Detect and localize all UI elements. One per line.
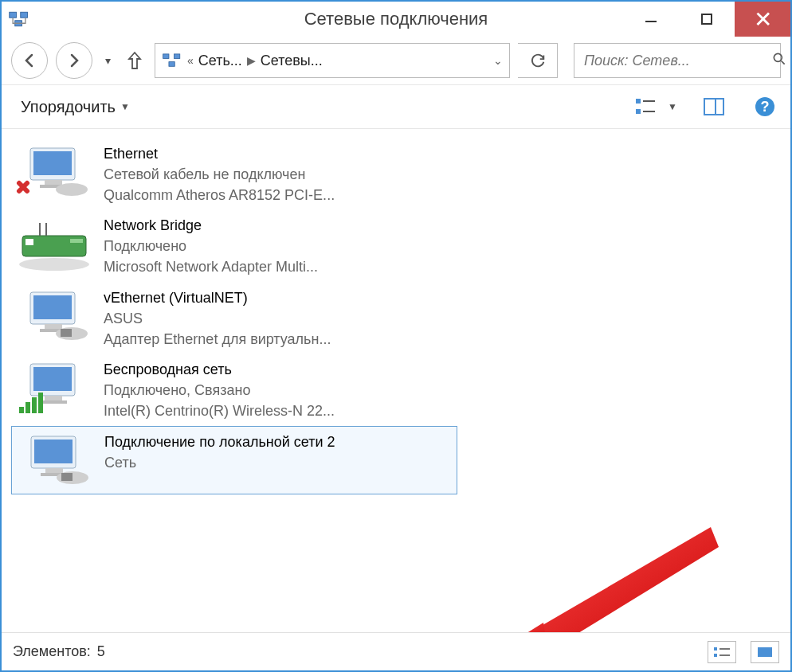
preview-pane-button[interactable] — [700, 92, 728, 121]
connection-item[interactable]: Беспроводная сеть Подключено, Связано In… — [11, 354, 457, 424]
organize-button[interactable]: Упорядочить ▼ — [13, 93, 138, 121]
toolbar: Упорядочить ▼ ▼ ? — [2, 84, 790, 129]
svg-rect-1 — [21, 12, 28, 18]
connection-status: Сетевой кабель не подключен — [104, 164, 335, 185]
maximize-button[interactable] — [679, 2, 735, 37]
svg-rect-50 — [714, 654, 717, 657]
svg-rect-7 — [169, 62, 174, 67]
network-icon — [162, 50, 182, 71]
svg-rect-4 — [702, 14, 712, 24]
forward-button[interactable] — [56, 42, 92, 79]
svg-point-8 — [774, 53, 782, 61]
connection-device: Сеть — [104, 452, 335, 473]
svg-rect-0 — [10, 12, 17, 18]
breadcrumb-prefix: « — [187, 54, 194, 67]
svg-rect-53 — [758, 647, 772, 657]
svg-rect-34 — [61, 329, 72, 337]
svg-rect-19 — [33, 151, 72, 175]
bridge-icon — [16, 213, 92, 274]
status-label: Элементов: — [13, 643, 91, 660]
connection-name: vEthernet (VirtualNET) — [104, 287, 331, 308]
breadcrumb-2[interactable]: Сетевы... — [261, 53, 323, 69]
icons-view-button[interactable] — [751, 641, 779, 663]
titlebar: Сетевые подключения ✕ — [2, 2, 790, 37]
status-bar: Элементов: 5 — [2, 632, 790, 670]
view-options-button[interactable]: ▼ — [631, 92, 677, 121]
nav-row: ▾ « Сеть... ▶ Сетевы... ⌄ — [2, 37, 790, 84]
chevron-down-icon[interactable]: ⌄ — [493, 54, 503, 67]
up-button[interactable] — [123, 45, 147, 76]
breadcrumb-1[interactable]: Сеть... — [198, 53, 242, 69]
lan-icon — [17, 430, 93, 490]
back-button[interactable] — [11, 42, 48, 79]
view-list-icon — [631, 92, 660, 121]
svg-rect-24 — [22, 236, 86, 256]
connection-device: Qualcomm Atheros AR8152 PCI-E... — [104, 185, 335, 205]
network-connections-window: Сетевые подключения ✕ ▾ — [0, 0, 792, 672]
ethernet-icon — [16, 286, 92, 346]
connection-status: Подключено — [104, 236, 318, 256]
minimize-button[interactable] — [623, 2, 679, 37]
history-dropdown[interactable]: ▾ — [100, 54, 115, 67]
connection-item-selected[interactable]: Подключение по локальной сети 2 Сеть — [11, 426, 457, 494]
svg-rect-10 — [636, 99, 641, 104]
svg-rect-42 — [38, 393, 43, 413]
search-icon — [771, 51, 787, 71]
svg-rect-14 — [704, 99, 723, 115]
svg-rect-45 — [45, 468, 63, 473]
svg-text:?: ? — [761, 99, 770, 115]
connection-name: Ethernet — [104, 143, 335, 164]
svg-rect-41 — [32, 397, 37, 413]
svg-rect-38 — [40, 400, 67, 404]
help-button[interactable]: ? — [751, 92, 779, 121]
breadcrumb-bar[interactable]: « Сеть... ▶ Сетевы... ⌄ — [155, 43, 510, 78]
svg-rect-5 — [163, 54, 169, 59]
svg-rect-49 — [714, 647, 717, 651]
chevron-down-icon: ▼ — [668, 101, 677, 112]
connection-name: Беспроводная сеть — [104, 359, 335, 380]
svg-point-22 — [56, 183, 88, 196]
svg-line-9 — [782, 61, 785, 64]
svg-rect-20 — [45, 180, 62, 185]
svg-rect-6 — [174, 54, 179, 59]
svg-rect-30 — [33, 295, 72, 319]
search-input[interactable] — [582, 52, 771, 70]
connection-name: Подключение по локальной сети 2 — [104, 432, 335, 452]
svg-rect-44 — [34, 440, 73, 463]
connection-item[interactable]: Ethernet Сетевой кабель не подключен Qua… — [11, 139, 457, 209]
close-button[interactable]: ✕ — [735, 2, 790, 37]
svg-rect-37 — [45, 396, 62, 400]
connection-device: Intel(R) Centrino(R) Wireless-N 22... — [104, 400, 335, 421]
svg-rect-40 — [25, 402, 30, 413]
connection-item[interactable]: Network Bridge Подключено Microsoft Netw… — [11, 210, 457, 280]
svg-point-23 — [19, 258, 89, 271]
connection-name: Network Bridge — [104, 215, 318, 236]
details-view-button[interactable] — [708, 641, 736, 663]
svg-rect-36 — [33, 367, 72, 391]
svg-rect-31 — [45, 324, 62, 329]
connection-device: Адаптер Ethernet для виртуальн... — [104, 329, 331, 350]
red-arrow-annotation — [472, 519, 727, 632]
svg-rect-25 — [25, 239, 33, 245]
search-box[interactable] — [574, 43, 781, 78]
connections-list: Ethernet Сетевой кабель не подключен Qua… — [2, 129, 790, 632]
connection-item[interactable]: vEthernet (VirtualNET) ASUS Адаптер Ethe… — [11, 283, 457, 353]
chevron-right-icon: ▶ — [247, 54, 256, 67]
connection-disconnected-icon — [16, 142, 92, 202]
connection-status: Подключено, Связано — [104, 380, 335, 400]
window-controls: ✕ — [623, 2, 790, 37]
app-icon — [8, 8, 30, 30]
wireless-icon — [16, 357, 92, 418]
svg-rect-48 — [61, 473, 73, 481]
chevron-down-icon: ▼ — [120, 101, 130, 112]
organize-label: Упорядочить — [21, 98, 116, 116]
refresh-button[interactable] — [518, 43, 558, 78]
status-count: 5 — [97, 643, 105, 660]
svg-rect-11 — [636, 109, 641, 114]
connection-status: ASUS — [104, 308, 331, 329]
svg-rect-26 — [70, 239, 83, 243]
svg-rect-39 — [19, 407, 24, 413]
connection-device: Microsoft Network Adapter Multi... — [104, 256, 318, 277]
